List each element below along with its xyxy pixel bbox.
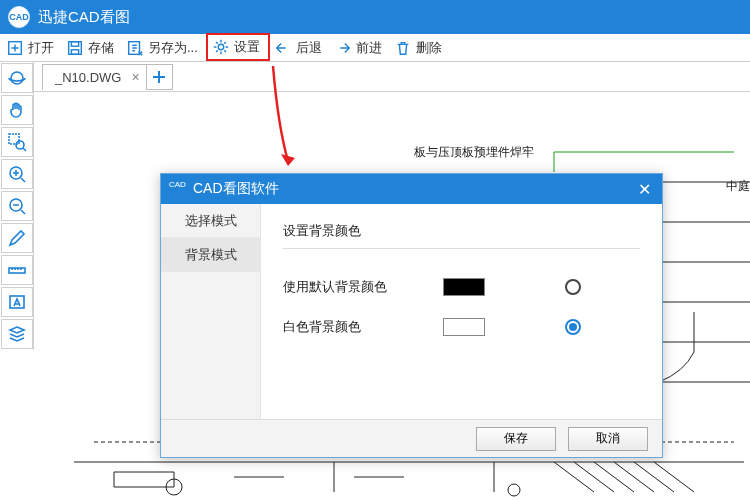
tool-window-zoom[interactable] [1, 127, 33, 157]
radio-white-bg[interactable] [565, 319, 581, 335]
add-tab-button[interactable] [147, 64, 173, 90]
app-title: 迅捷CAD看图 [38, 8, 130, 27]
text-icon [7, 292, 27, 312]
svg-point-6 [11, 72, 23, 84]
svg-rect-3 [71, 49, 78, 54]
dialog-cancel-button[interactable]: 取消 [568, 427, 648, 451]
svg-point-14 [508, 484, 520, 496]
save-button[interactable]: 存储 [62, 35, 122, 61]
tab-row: _N10.DWG × [0, 62, 750, 92]
dialog-content: 设置背景颜色 使用默认背景颜色 白色背景颜色 [261, 204, 662, 419]
layers-icon [7, 324, 27, 344]
tool-text[interactable] [1, 287, 33, 317]
file-tab[interactable]: _N10.DWG × [42, 64, 147, 90]
zoom-window-icon [7, 132, 27, 152]
plus-box-icon [6, 39, 24, 57]
app-icon: CAD [8, 6, 30, 28]
back-button[interactable]: 后退 [270, 35, 330, 61]
tool-orbit[interactable] [1, 63, 33, 93]
sidebar-bg-mode[interactable]: 背景模式 [161, 238, 260, 272]
svg-point-5 [218, 44, 223, 49]
redo-icon [334, 39, 352, 57]
tool-line[interactable] [1, 223, 33, 253]
option-white-bg: 白色背景颜色 [283, 307, 640, 347]
toolbar: 打开 存储 另存为... 设置 后退 前进 删除 [0, 34, 750, 62]
canvas-label-mid: 中庭 [726, 178, 750, 195]
plus-icon [152, 70, 166, 84]
canvas-label-weld: 板与压顶板预埋件焊牢 [414, 144, 534, 161]
close-tab-icon[interactable]: × [131, 69, 139, 85]
dialog-body: 选择模式 背景模式 设置背景颜色 使用默认背景颜色 白色背景颜色 [161, 204, 662, 419]
hand-icon [7, 100, 27, 120]
back-label: 后退 [296, 39, 322, 57]
ruler-icon [7, 260, 27, 280]
dialog-close-button[interactable]: ✕ [634, 179, 654, 199]
delete-button[interactable]: 删除 [390, 35, 450, 61]
settings-dialog: CAD CAD看图软件 ✕ 选择模式 背景模式 设置背景颜色 使用默认背景颜色 … [160, 173, 663, 458]
forward-label: 前进 [356, 39, 382, 57]
radio-default-bg[interactable] [565, 279, 581, 295]
tool-zoom-in[interactable] [1, 159, 33, 189]
save-as-label: 另存为... [148, 39, 198, 57]
file-tab-label: _N10.DWG [55, 70, 121, 85]
tool-pan[interactable] [1, 95, 33, 125]
swatch-black [443, 278, 485, 296]
dialog-sidebar: 选择模式 背景模式 [161, 204, 261, 419]
sidebar-select-mode[interactable]: 选择模式 [161, 204, 260, 238]
settings-button[interactable]: 设置 [206, 33, 270, 61]
svg-rect-1 [69, 41, 82, 54]
trash-icon [394, 39, 412, 57]
save-as-button[interactable]: 另存为... [122, 35, 206, 61]
save-icon [66, 39, 84, 57]
tool-layers[interactable] [1, 319, 33, 349]
forward-button[interactable]: 前进 [330, 35, 390, 61]
dialog-app-icon: CAD [169, 180, 187, 198]
option-white-label: 白色背景颜色 [283, 318, 403, 336]
section-title: 设置背景颜色 [283, 222, 640, 240]
dialog-save-button[interactable]: 保存 [476, 427, 556, 451]
settings-label: 设置 [234, 38, 260, 56]
divider [283, 248, 640, 249]
titlebar: CAD 迅捷CAD看图 [0, 0, 750, 34]
undo-icon [274, 39, 292, 57]
zoom-out-icon [7, 196, 27, 216]
pencil-icon [7, 228, 27, 248]
open-label: 打开 [28, 39, 54, 57]
swatch-white [443, 318, 485, 336]
svg-point-8 [16, 141, 24, 149]
zoom-in-icon [7, 164, 27, 184]
tool-zoom-out[interactable] [1, 191, 33, 221]
dialog-footer: 保存 取消 [161, 419, 662, 457]
save-label: 存储 [88, 39, 114, 57]
svg-rect-2 [71, 41, 78, 46]
option-default-label: 使用默认背景颜色 [283, 278, 403, 296]
delete-label: 删除 [416, 39, 442, 57]
orbit-icon [7, 68, 27, 88]
save-as-icon [126, 39, 144, 57]
tool-strip [0, 62, 34, 350]
option-default-bg: 使用默认背景颜色 [283, 267, 640, 307]
gear-icon [212, 38, 230, 56]
tool-measure[interactable] [1, 255, 33, 285]
dialog-titlebar[interactable]: CAD CAD看图软件 ✕ [161, 174, 662, 204]
dialog-title: CAD看图软件 [193, 180, 279, 198]
open-button[interactable]: 打开 [2, 35, 62, 61]
close-icon: ✕ [638, 180, 651, 199]
